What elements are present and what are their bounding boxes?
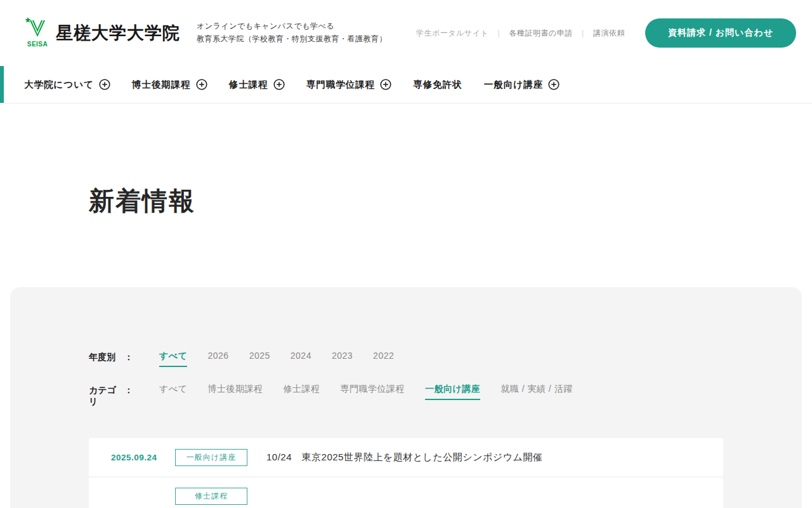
news-badge-column: 一般向け講座 [175, 449, 247, 466]
category-option-all[interactable]: すべて [159, 384, 187, 399]
news-title: 10/24 東京2025世界陸上を題材とした公開シンポジウム開催 [266, 451, 542, 464]
tagline-line-1: オンラインでもキャンパスでも学べる [197, 20, 387, 33]
nav-item-label: 一般向け講座 [484, 79, 543, 91]
year-option-2023[interactable]: 2023 [332, 351, 353, 364]
category-option-doctoral[interactable]: 博士後期課程 [207, 384, 263, 399]
year-option-2022[interactable]: 2022 [373, 351, 394, 364]
category-filter-row: カテゴリ ： すべて 博士後期課程 修士課程 専門職学位課程 一般向け講座 就職… [89, 384, 802, 408]
link-separator: ｜ [579, 28, 587, 39]
plus-circle-icon [273, 79, 285, 90]
category-option-professional[interactable]: 専門職学位課程 [340, 384, 405, 399]
link-certificates[interactable]: 各種証明書の申請 [509, 28, 572, 39]
news-badge-column: 修士課程 専門職学位課程 一般向け講座 [175, 488, 247, 508]
nav-item-label: 専修免許状 [413, 79, 462, 91]
year-filter-row: 年度別 ： すべて 2026 2025 2024 2023 2022 [89, 351, 802, 367]
nav-item-masters[interactable]: 修士課程 [229, 79, 285, 91]
nav-item-label: 大学院について [24, 79, 94, 91]
year-option-all[interactable]: すべて [159, 351, 187, 367]
year-option-2025[interactable]: 2025 [249, 351, 270, 364]
seisa-logo-icon: SEISA [24, 17, 51, 50]
plus-circle-icon [380, 79, 391, 90]
year-filter-colon: ： [124, 352, 133, 363]
nav-item-license[interactable]: 専修免許状 [413, 79, 462, 91]
page-title: 新着情報 [89, 184, 812, 218]
category-badge: 修士課程 [175, 488, 247, 505]
category-filter-colon: ： [124, 385, 133, 408]
plus-circle-icon [548, 79, 560, 90]
nav-accent-bar [0, 66, 4, 103]
logo-seisa-text: SEISA [27, 41, 48, 48]
utility-links: 学生ポータルサイト ｜ 各種証明書の申請 ｜ 講演依頼 [416, 28, 625, 39]
category-option-career[interactable]: 就職 / 実績 / 活躍 [501, 384, 572, 399]
year-option-2024[interactable]: 2024 [291, 351, 311, 364]
news-list: 2025.09.24 一般向け講座 10/24 東京2025世界陸上を題材とした… [89, 438, 723, 508]
site-header: SEISA 星槎大学大学院 オンラインでもキャンパスでも学べる 教育系大学院（学… [0, 0, 812, 66]
category-filter-label-text: カテゴリ [89, 385, 124, 408]
nav-item-public-courses[interactable]: 一般向け講座 [484, 79, 560, 91]
category-option-masters[interactable]: 修士課程 [283, 384, 320, 399]
category-badge: 一般向け講座 [175, 449, 247, 466]
year-option-2026[interactable]: 2026 [207, 351, 228, 364]
brand-name: 星槎大学大学院 [56, 22, 180, 44]
year-filter-label: 年度別 ： [89, 351, 133, 363]
global-nav: 大学院について 博士後期課程 修士課程 専門職学位課程 専修免許 [0, 66, 812, 104]
news-row[interactable]: 2025.08.26 修士課程 専門職学位課程 一般向け講座 （終了しました）【… [89, 478, 723, 508]
category-filter-options: すべて 博士後期課程 修士課程 専門職学位課程 一般向け講座 就職 / 実績 /… [159, 384, 593, 400]
brand-logo[interactable]: SEISA 星槎大学大学院 [24, 17, 180, 50]
year-filter-label-text: 年度別 [89, 352, 115, 363]
nav-item-label: 修士課程 [229, 79, 268, 91]
nav-item-label: 専門職学位課程 [306, 79, 376, 91]
category-filter-label: カテゴリ ： [89, 384, 133, 408]
logo-v-mark-icon [25, 17, 50, 42]
link-separator: ｜ [495, 28, 502, 39]
year-filter-options: すべて 2026 2025 2024 2023 2022 [159, 351, 414, 367]
link-student-portal[interactable]: 学生ポータルサイト [416, 28, 488, 39]
plus-circle-icon [196, 79, 207, 90]
main-content: 新着情報 年度別 ： すべて 2026 2025 2024 2023 2022 … [0, 184, 812, 508]
plus-circle-icon [99, 79, 110, 90]
contact-cta-button[interactable]: 資料請求 / お問い合わせ [645, 18, 796, 48]
nav-item-professional[interactable]: 専門職学位課程 [306, 79, 392, 91]
nav-item-doctoral[interactable]: 博士後期課程 [132, 79, 207, 91]
nav-item-label: 博士後期課程 [132, 79, 191, 91]
news-panel: 年度別 ： すべて 2026 2025 2024 2023 2022 カテゴリ … [10, 287, 802, 508]
link-lecture-request[interactable]: 講演依頼 [593, 28, 625, 39]
nav-item-about[interactable]: 大学院について [24, 79, 110, 91]
tagline-line-2: 教育系大学院（学校教育・特別支援教育・看護教育） [197, 33, 387, 46]
brand-tagline: オンラインでもキャンパスでも学べる 教育系大学院（学校教育・特別支援教育・看護教… [197, 20, 387, 46]
news-date: 2025.09.24 [111, 453, 175, 462]
category-option-public-courses[interactable]: 一般向け講座 [425, 384, 480, 400]
news-row[interactable]: 2025.09.24 一般向け講座 10/24 東京2025世界陸上を題材とした… [89, 438, 723, 476]
